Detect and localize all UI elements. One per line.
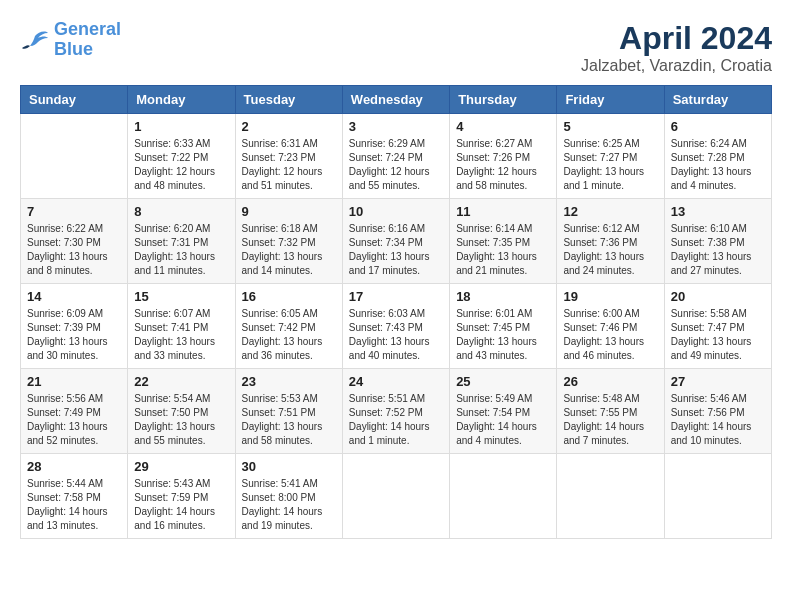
- day-info: Sunrise: 6:12 AM Sunset: 7:36 PM Dayligh…: [563, 222, 657, 278]
- calendar-header-day: Monday: [128, 86, 235, 114]
- calendar-cell: 12Sunrise: 6:12 AM Sunset: 7:36 PM Dayli…: [557, 199, 664, 284]
- calendar-cell: 17Sunrise: 6:03 AM Sunset: 7:43 PM Dayli…: [342, 284, 449, 369]
- calendar-cell: 6Sunrise: 6:24 AM Sunset: 7:28 PM Daylig…: [664, 114, 771, 199]
- calendar-cell: 14Sunrise: 6:09 AM Sunset: 7:39 PM Dayli…: [21, 284, 128, 369]
- day-info: Sunrise: 6:18 AM Sunset: 7:32 PM Dayligh…: [242, 222, 336, 278]
- calendar-week-row: 14Sunrise: 6:09 AM Sunset: 7:39 PM Dayli…: [21, 284, 772, 369]
- day-info: Sunrise: 5:41 AM Sunset: 8:00 PM Dayligh…: [242, 477, 336, 533]
- calendar-cell: 30Sunrise: 5:41 AM Sunset: 8:00 PM Dayli…: [235, 454, 342, 539]
- calendar-cell: 29Sunrise: 5:43 AM Sunset: 7:59 PM Dayli…: [128, 454, 235, 539]
- day-info: Sunrise: 5:44 AM Sunset: 7:58 PM Dayligh…: [27, 477, 121, 533]
- calendar-cell: 25Sunrise: 5:49 AM Sunset: 7:54 PM Dayli…: [450, 369, 557, 454]
- day-info: Sunrise: 6:10 AM Sunset: 7:38 PM Dayligh…: [671, 222, 765, 278]
- day-info: Sunrise: 5:46 AM Sunset: 7:56 PM Dayligh…: [671, 392, 765, 448]
- calendar-cell: 21Sunrise: 5:56 AM Sunset: 7:49 PM Dayli…: [21, 369, 128, 454]
- subtitle: Jalzabet, Varazdin, Croatia: [581, 57, 772, 75]
- title-area: April 2024 Jalzabet, Varazdin, Croatia: [581, 20, 772, 75]
- calendar-header-day: Thursday: [450, 86, 557, 114]
- calendar-cell: 27Sunrise: 5:46 AM Sunset: 7:56 PM Dayli…: [664, 369, 771, 454]
- day-number: 3: [349, 119, 443, 134]
- calendar-table: SundayMondayTuesdayWednesdayThursdayFrid…: [20, 85, 772, 539]
- day-number: 17: [349, 289, 443, 304]
- day-number: 1: [134, 119, 228, 134]
- day-number: 5: [563, 119, 657, 134]
- day-info: Sunrise: 6:00 AM Sunset: 7:46 PM Dayligh…: [563, 307, 657, 363]
- day-info: Sunrise: 6:29 AM Sunset: 7:24 PM Dayligh…: [349, 137, 443, 193]
- calendar-cell: 5Sunrise: 6:25 AM Sunset: 7:27 PM Daylig…: [557, 114, 664, 199]
- calendar-cell: 1Sunrise: 6:33 AM Sunset: 7:22 PM Daylig…: [128, 114, 235, 199]
- calendar-cell: [664, 454, 771, 539]
- day-number: 25: [456, 374, 550, 389]
- day-number: 7: [27, 204, 121, 219]
- day-info: Sunrise: 6:01 AM Sunset: 7:45 PM Dayligh…: [456, 307, 550, 363]
- calendar-week-row: 21Sunrise: 5:56 AM Sunset: 7:49 PM Dayli…: [21, 369, 772, 454]
- logo-text: General Blue: [54, 20, 121, 60]
- day-number: 10: [349, 204, 443, 219]
- day-number: 12: [563, 204, 657, 219]
- calendar-cell: 26Sunrise: 5:48 AM Sunset: 7:55 PM Dayli…: [557, 369, 664, 454]
- day-number: 26: [563, 374, 657, 389]
- day-info: Sunrise: 6:05 AM Sunset: 7:42 PM Dayligh…: [242, 307, 336, 363]
- day-info: Sunrise: 5:51 AM Sunset: 7:52 PM Dayligh…: [349, 392, 443, 448]
- calendar-cell: 23Sunrise: 5:53 AM Sunset: 7:51 PM Dayli…: [235, 369, 342, 454]
- day-info: Sunrise: 6:24 AM Sunset: 7:28 PM Dayligh…: [671, 137, 765, 193]
- calendar-cell: [557, 454, 664, 539]
- day-info: Sunrise: 6:33 AM Sunset: 7:22 PM Dayligh…: [134, 137, 228, 193]
- calendar-cell: 8Sunrise: 6:20 AM Sunset: 7:31 PM Daylig…: [128, 199, 235, 284]
- calendar-header-day: Tuesday: [235, 86, 342, 114]
- calendar-cell: 11Sunrise: 6:14 AM Sunset: 7:35 PM Dayli…: [450, 199, 557, 284]
- day-info: Sunrise: 5:53 AM Sunset: 7:51 PM Dayligh…: [242, 392, 336, 448]
- calendar-cell: [342, 454, 449, 539]
- calendar-week-row: 1Sunrise: 6:33 AM Sunset: 7:22 PM Daylig…: [21, 114, 772, 199]
- calendar-cell: 3Sunrise: 6:29 AM Sunset: 7:24 PM Daylig…: [342, 114, 449, 199]
- day-info: Sunrise: 6:14 AM Sunset: 7:35 PM Dayligh…: [456, 222, 550, 278]
- day-number: 16: [242, 289, 336, 304]
- calendar-header-day: Friday: [557, 86, 664, 114]
- day-number: 29: [134, 459, 228, 474]
- calendar-cell: 22Sunrise: 5:54 AM Sunset: 7:50 PM Dayli…: [128, 369, 235, 454]
- calendar-cell: 20Sunrise: 5:58 AM Sunset: 7:47 PM Dayli…: [664, 284, 771, 369]
- calendar-cell: 13Sunrise: 6:10 AM Sunset: 7:38 PM Dayli…: [664, 199, 771, 284]
- day-number: 30: [242, 459, 336, 474]
- calendar-cell: 19Sunrise: 6:00 AM Sunset: 7:46 PM Dayli…: [557, 284, 664, 369]
- calendar-cell: 28Sunrise: 5:44 AM Sunset: 7:58 PM Dayli…: [21, 454, 128, 539]
- calendar-cell: 18Sunrise: 6:01 AM Sunset: 7:45 PM Dayli…: [450, 284, 557, 369]
- day-number: 6: [671, 119, 765, 134]
- calendar-cell: 7Sunrise: 6:22 AM Sunset: 7:30 PM Daylig…: [21, 199, 128, 284]
- calendar-week-row: 28Sunrise: 5:44 AM Sunset: 7:58 PM Dayli…: [21, 454, 772, 539]
- day-info: Sunrise: 5:49 AM Sunset: 7:54 PM Dayligh…: [456, 392, 550, 448]
- day-info: Sunrise: 6:27 AM Sunset: 7:26 PM Dayligh…: [456, 137, 550, 193]
- calendar-header-day: Wednesday: [342, 86, 449, 114]
- logo-icon: [20, 28, 50, 52]
- day-info: Sunrise: 6:07 AM Sunset: 7:41 PM Dayligh…: [134, 307, 228, 363]
- logo: General Blue: [20, 20, 121, 60]
- day-number: 24: [349, 374, 443, 389]
- day-number: 21: [27, 374, 121, 389]
- day-number: 14: [27, 289, 121, 304]
- header: General Blue April 2024 Jalzabet, Varazd…: [20, 20, 772, 75]
- calendar-cell: 10Sunrise: 6:16 AM Sunset: 7:34 PM Dayli…: [342, 199, 449, 284]
- day-number: 4: [456, 119, 550, 134]
- day-number: 18: [456, 289, 550, 304]
- calendar-week-row: 7Sunrise: 6:22 AM Sunset: 7:30 PM Daylig…: [21, 199, 772, 284]
- calendar-cell: [450, 454, 557, 539]
- day-info: Sunrise: 6:22 AM Sunset: 7:30 PM Dayligh…: [27, 222, 121, 278]
- day-info: Sunrise: 6:09 AM Sunset: 7:39 PM Dayligh…: [27, 307, 121, 363]
- calendar-cell: 16Sunrise: 6:05 AM Sunset: 7:42 PM Dayli…: [235, 284, 342, 369]
- day-number: 27: [671, 374, 765, 389]
- main-title: April 2024: [581, 20, 772, 57]
- day-info: Sunrise: 5:43 AM Sunset: 7:59 PM Dayligh…: [134, 477, 228, 533]
- day-info: Sunrise: 5:48 AM Sunset: 7:55 PM Dayligh…: [563, 392, 657, 448]
- day-number: 19: [563, 289, 657, 304]
- day-info: Sunrise: 6:31 AM Sunset: 7:23 PM Dayligh…: [242, 137, 336, 193]
- day-number: 23: [242, 374, 336, 389]
- day-number: 28: [27, 459, 121, 474]
- day-number: 2: [242, 119, 336, 134]
- calendar-header-day: Saturday: [664, 86, 771, 114]
- day-number: 9: [242, 204, 336, 219]
- logo-line2: Blue: [54, 39, 93, 59]
- day-number: 11: [456, 204, 550, 219]
- calendar-cell: 24Sunrise: 5:51 AM Sunset: 7:52 PM Dayli…: [342, 369, 449, 454]
- calendar-cell: 15Sunrise: 6:07 AM Sunset: 7:41 PM Dayli…: [128, 284, 235, 369]
- logo-line1: General: [54, 19, 121, 39]
